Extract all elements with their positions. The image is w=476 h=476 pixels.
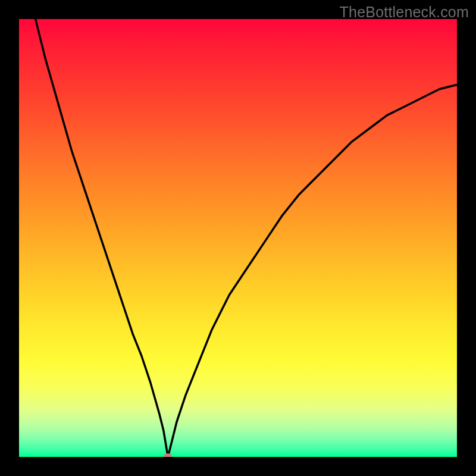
curve-path [19,19,457,457]
bottleneck-curve [19,19,457,457]
optimal-point-marker [164,453,173,457]
watermark-text: TheBottleneck.com [340,4,469,21]
plot-area [19,19,457,457]
chart-frame: TheBottleneck.com [0,0,476,476]
